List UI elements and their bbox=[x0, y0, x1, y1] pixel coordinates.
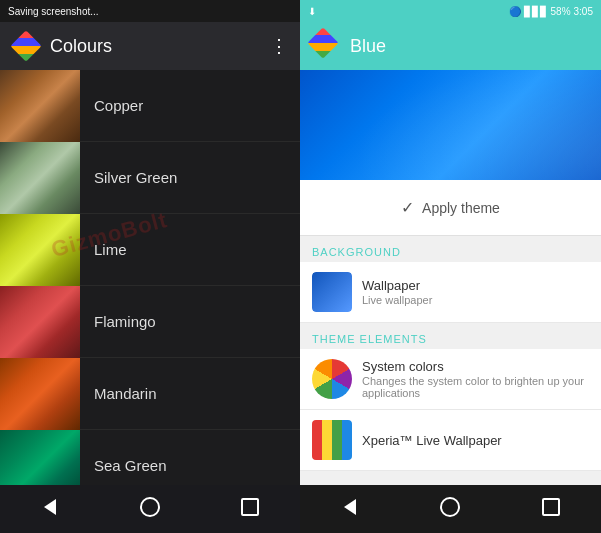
silver-green-label: Silver Green bbox=[80, 169, 177, 186]
color-palette-icon bbox=[312, 359, 352, 399]
bluetooth-icon: 🔵 bbox=[509, 6, 521, 17]
system-colors-text: System colors Changes the system color t… bbox=[362, 359, 589, 399]
blue-theme-preview bbox=[300, 70, 601, 180]
colours-title: Colours bbox=[50, 36, 260, 57]
xperia-stripe-blue bbox=[342, 420, 352, 460]
home-nav-button[interactable] bbox=[430, 489, 470, 529]
check-icon: ✓ bbox=[401, 198, 414, 217]
left-recent-icon bbox=[241, 498, 259, 521]
battery-icon: 58% bbox=[551, 6, 571, 17]
lime-thumbnail bbox=[0, 214, 80, 286]
left-home-nav-button[interactable] bbox=[130, 489, 170, 529]
left-panel: Colours ⋮ Copper Silver Green Lime Flami… bbox=[0, 22, 300, 533]
back-icon bbox=[344, 499, 356, 520]
wallpaper-subtitle: Live wallpaper bbox=[362, 294, 589, 306]
recent-icon bbox=[542, 498, 560, 521]
left-recent-nav-button[interactable] bbox=[230, 489, 270, 529]
theme-elements-section-label: THEME ELEMENTS bbox=[300, 323, 601, 349]
status-bar: Saving screenshot... ⬇ 🔵 ▊▊▊ 58% 3:05 bbox=[0, 0, 601, 22]
colour-item-sea-green[interactable]: Sea Green bbox=[0, 430, 300, 485]
time-display: 3:05 bbox=[574, 6, 593, 17]
xperia-wallpaper-item[interactable]: Xperia™ Live Wallpaper bbox=[300, 410, 601, 471]
system-colors-subtitle: Changes the system color to brighten up … bbox=[362, 375, 589, 399]
colour-item-lime[interactable]: Lime bbox=[0, 214, 300, 286]
colour-item-mandarin[interactable]: Mandarin bbox=[0, 358, 300, 430]
colour-diamond-icon bbox=[10, 30, 41, 61]
left-home-icon bbox=[140, 497, 160, 522]
left-nav-bar bbox=[0, 485, 300, 533]
xperia-stripe-green bbox=[332, 420, 342, 460]
status-icons-left: ⬇ bbox=[308, 6, 316, 17]
copper-thumbnail bbox=[0, 70, 80, 142]
colour-item-copper[interactable]: Copper bbox=[0, 70, 300, 142]
left-header: Colours ⋮ bbox=[0, 22, 300, 70]
signal-icon: ▊▊▊ bbox=[524, 6, 548, 17]
wallpaper-title: Wallpaper bbox=[362, 278, 589, 293]
wallpaper-item-text: Wallpaper Live wallpaper bbox=[362, 278, 589, 306]
colour-item-flamingo[interactable]: Flamingo bbox=[0, 286, 300, 358]
xperia-stripes-icon bbox=[312, 420, 352, 460]
right-body: ✓ Apply theme BACKGROUND Wallpaper Live … bbox=[300, 70, 601, 485]
xperia-wallpaper-title: Xperia™ Live Wallpaper bbox=[362, 433, 589, 448]
blue-theme-title: Blue bbox=[350, 36, 386, 57]
download-icon: ⬇ bbox=[308, 6, 316, 17]
home-icon bbox=[440, 497, 460, 522]
recent-nav-button[interactable] bbox=[531, 489, 571, 529]
system-colors-item[interactable]: System colors Changes the system color t… bbox=[300, 349, 601, 410]
sea-green-thumbnail bbox=[0, 430, 80, 486]
right-panel: Blue ✓ Apply theme BACKGROUND bbox=[300, 22, 601, 533]
mandarin-thumbnail bbox=[0, 358, 80, 430]
right-status-bar: ⬇ 🔵 ▊▊▊ 58% 3:05 bbox=[300, 0, 601, 22]
system-colors-title: System colors bbox=[362, 359, 589, 374]
main-content: Colours ⋮ Copper Silver Green Lime Flami… bbox=[0, 22, 601, 533]
silver-green-thumbnail bbox=[0, 142, 80, 214]
wallpaper-item[interactable]: Wallpaper Live wallpaper bbox=[300, 262, 601, 323]
flamingo-label: Flamingo bbox=[80, 313, 156, 330]
menu-dots-button[interactable]: ⋮ bbox=[270, 35, 288, 57]
status-icons-right: 🔵 ▊▊▊ 58% 3:05 bbox=[509, 6, 593, 17]
left-back-nav-button[interactable] bbox=[30, 489, 70, 529]
back-nav-button[interactable] bbox=[330, 489, 370, 529]
apply-theme-section: ✓ Apply theme bbox=[300, 180, 601, 236]
mandarin-label: Mandarin bbox=[80, 385, 157, 402]
wallpaper-item-icon bbox=[312, 272, 352, 312]
xperia-wallpaper-icon bbox=[312, 420, 352, 460]
xperia-stripe-red bbox=[312, 420, 322, 460]
lime-label: Lime bbox=[80, 241, 127, 258]
left-status-bar: Saving screenshot... bbox=[0, 0, 300, 22]
left-back-icon bbox=[44, 499, 56, 520]
background-section-label: BACKGROUND bbox=[300, 236, 601, 262]
system-colors-icon bbox=[312, 359, 352, 399]
copper-label: Copper bbox=[80, 97, 143, 114]
wallpaper-icon-preview bbox=[312, 272, 352, 312]
blue-diamond-icon bbox=[307, 27, 338, 58]
saving-status-text: Saving screenshot... bbox=[8, 6, 99, 17]
colour-list: Copper Silver Green Lime Flamingo Mandar… bbox=[0, 70, 300, 485]
blue-theme-icon bbox=[312, 32, 340, 60]
xperia-stripe-yellow bbox=[322, 420, 332, 460]
apply-theme-label: Apply theme bbox=[422, 200, 500, 216]
colours-icon bbox=[12, 32, 40, 60]
colour-item-silver-green[interactable]: Silver Green bbox=[0, 142, 300, 214]
flamingo-thumbnail bbox=[0, 286, 80, 358]
apply-theme-button[interactable]: ✓ Apply theme bbox=[385, 192, 516, 223]
xperia-wallpaper-text: Xperia™ Live Wallpaper bbox=[362, 433, 589, 448]
right-header: Blue bbox=[300, 22, 601, 70]
preview-wave-decoration bbox=[300, 70, 601, 180]
right-nav-bar bbox=[300, 485, 601, 533]
sea-green-label: Sea Green bbox=[80, 457, 167, 474]
